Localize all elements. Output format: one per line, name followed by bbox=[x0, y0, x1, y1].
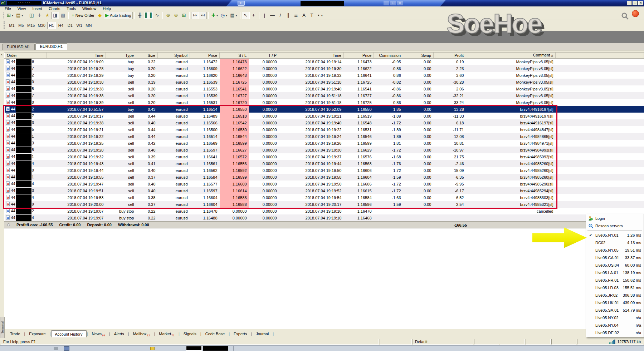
server-item-live05-ny-02[interactable]: Live05.NY.02n/a bbox=[586, 314, 643, 321]
minimize-icon[interactable]: – bbox=[384, 1, 389, 5]
history-row[interactable]: 4442018.07.04 19:19:53sell0.38eurusd1.16… bbox=[5, 194, 644, 201]
history-row[interactable]: 4472018.07.04 19:19:38sell0.20eurusd1.16… bbox=[5, 92, 644, 99]
profiles-button[interactable]: ▤▾ bbox=[15, 12, 24, 19]
history-row[interactable]: 4432018.07.04 19:19:51sell0.40eurusd1.16… bbox=[5, 187, 644, 194]
timeframe-d1[interactable]: D1 bbox=[66, 22, 74, 29]
chart-tab-eurusd-h1[interactable]: EURUSD,H1 bbox=[35, 43, 68, 50]
zoom-out-button[interactable]: ⊖ bbox=[172, 12, 180, 19]
server-item-live05-us-04[interactable]: Live05.US.0460.00 ms bbox=[586, 261, 643, 269]
tab-journal[interactable]: Journal bbox=[252, 330, 272, 337]
auto-scroll-button[interactable]: ↦ bbox=[191, 12, 199, 19]
text-button[interactable]: A bbox=[300, 12, 308, 19]
menu-charts[interactable]: Charts bbox=[45, 6, 63, 11]
terminal-button[interactable]: ◨ bbox=[51, 12, 59, 19]
line-chart-button[interactable]: ∿ bbox=[153, 12, 161, 19]
periods-button[interactable]: ◷▾ bbox=[219, 12, 229, 19]
column-header-price[interactable]: Price bbox=[190, 53, 220, 58]
history-row[interactable]: 4402018.07.04 19:19:38sell0.19eurusd1.16… bbox=[5, 79, 644, 85]
menu-file[interactable]: File bbox=[1, 6, 14, 11]
menu-view[interactable]: View bbox=[14, 6, 29, 11]
tab-mailbox[interactable]: Mailbox12 bbox=[130, 330, 154, 337]
indicators-button[interactable]: ✚▾ bbox=[210, 12, 219, 19]
column-header-time[interactable]: Time bbox=[279, 53, 344, 58]
server-item-live05-ca-01[interactable]: Live05.CA.0133.37 ms bbox=[586, 254, 643, 261]
history-row[interactable]: 4422018.07.04 19:19:29buy0.20eurusd1.166… bbox=[5, 72, 644, 79]
column-header-size[interactable]: Size bbox=[136, 53, 158, 58]
server-item-live05-ld-03[interactable]: Live05.LD.03155.51 ms bbox=[586, 284, 643, 291]
maximize-button[interactable]: □ bbox=[633, 1, 638, 5]
timeframe-w1[interactable]: W1 bbox=[75, 22, 84, 29]
server-item-live05-ny-04[interactable]: Live05.NY.04n/a bbox=[586, 321, 643, 329]
history-row[interactable]: 4492018.07.04 19:20:00sell0.37eurusd1.16… bbox=[5, 201, 644, 208]
zoom-in-button[interactable]: ⊕ bbox=[164, 12, 172, 19]
minimize-button[interactable]: – bbox=[627, 1, 632, 5]
server-item-live05-jp-02[interactable]: Live05.JP.02306.38 ms bbox=[586, 291, 643, 299]
history-row[interactable]: 4442018.07.04 19:19:43sell0.41eurusd1.16… bbox=[5, 160, 644, 167]
tab-exposure[interactable]: Exposure bbox=[25, 330, 49, 337]
tab-trade[interactable]: Trade bbox=[6, 330, 24, 337]
menu-item-rescan-servers[interactable]: Rescan servers bbox=[586, 222, 643, 229]
menu-insert[interactable]: Insert bbox=[29, 6, 45, 11]
history-row[interactable]: 4452018.07.04 19:19:38sell0.20eurusd1.16… bbox=[5, 85, 644, 92]
history-row[interactable]: 4412018.07.04 19:19:55sell0.37eurusd1.16… bbox=[5, 174, 644, 181]
cursor-button[interactable]: ↖ bbox=[242, 12, 250, 19]
timeframe-m15[interactable]: M15 bbox=[26, 22, 36, 29]
arrows-button[interactable]: ⋆▾ bbox=[316, 12, 324, 19]
tile-windows-button[interactable]: ⊞ bbox=[180, 12, 188, 19]
history-row[interactable]: 4442018.07.04 19:19:47sell0.40eurusd1.16… bbox=[5, 181, 644, 187]
history-row[interactable]: 4402018.07.04 19:19:44sell0.40eurusd1.16… bbox=[5, 167, 644, 174]
data-window-button[interactable]: ✛ bbox=[35, 12, 43, 19]
timeframe-h1[interactable]: H1 bbox=[47, 22, 56, 29]
label-button[interactable]: T bbox=[308, 12, 316, 19]
server-item-dc02[interactable]: DC024.13 ms bbox=[586, 239, 643, 246]
bars-chart-button[interactable]: ╫ bbox=[136, 12, 144, 19]
history-row[interactable]: 4432018.07.04 19:19:38sell0.40eurusd1.16… bbox=[5, 119, 644, 126]
tab-news[interactable]: News99 bbox=[88, 330, 108, 337]
templates-button[interactable]: ▦▾ bbox=[229, 12, 238, 19]
history-row[interactable]: 4402018.07.04 19:19:39sell0.20eurusd1.16… bbox=[5, 99, 644, 106]
close-button[interactable]: × bbox=[638, 1, 643, 5]
column-header-t-p[interactable]: T / P bbox=[249, 53, 279, 58]
history-row[interactable]: 4472018.07.04 19:19:17sell0.44eurusd1.16… bbox=[5, 113, 644, 119]
new-chart-button[interactable]: ⊞▾ bbox=[5, 12, 15, 19]
server-item-live05-la-01[interactable]: Live05.LA.01138.19 ms bbox=[586, 269, 643, 276]
server-item-live05-de-02[interactable]: Live05.DE.02n/a bbox=[586, 329, 643, 336]
crosshair-button[interactable]: + bbox=[250, 12, 258, 19]
tab-account-history[interactable]: Account History bbox=[51, 330, 87, 337]
column-header-comment[interactable]: Comment ▵ bbox=[466, 53, 556, 58]
navigator-button[interactable]: ★ bbox=[43, 12, 51, 19]
history-row[interactable]: 4482018.07.04 19:19:28sell0.40eurusd1.16… bbox=[5, 147, 644, 153]
candles-chart-button[interactable]: ▌▐ bbox=[144, 12, 153, 19]
column-header-symbol[interactable]: Symbol bbox=[158, 53, 190, 58]
terminal-vertical-tab[interactable]: Terminal bbox=[0, 317, 5, 338]
close-icon[interactable]: × bbox=[397, 1, 403, 5]
vertical-line-button[interactable]: | bbox=[261, 12, 269, 19]
server-item-live05-ny-05[interactable]: Live05.NY.0519.51 ms bbox=[586, 246, 643, 254]
column-header-price[interactable]: Price bbox=[344, 53, 374, 58]
tab-signals[interactable]: Signals bbox=[180, 330, 200, 337]
server-item-live05-sa-01[interactable]: Live05.SA.01514.79 ms bbox=[586, 306, 643, 314]
menu-help[interactable]: Help bbox=[99, 6, 114, 11]
column-header-time[interactable]: Time bbox=[47, 53, 106, 58]
history-row[interactable]: 4442018.07.04 19:19:07buy stop0.22eurusd… bbox=[5, 214, 644, 221]
tab-code-base[interactable]: Code Base bbox=[202, 330, 228, 337]
column-header-order[interactable]: Order bbox=[5, 53, 47, 58]
history-row[interactable]: 4412018.07.04 19:19:22sell0.44eurusd1.16… bbox=[5, 133, 644, 140]
taskbar-app-icon[interactable]: H bbox=[238, 1, 245, 6]
column-header-profit[interactable]: Profit bbox=[434, 53, 466, 58]
server-item-live05-fr-01[interactable]: Live05.FR.01150.62 ms bbox=[586, 276, 643, 284]
history-row[interactable]: 4472018.07.04 19:19:28buy0.20eurusd1.166… bbox=[5, 65, 644, 72]
column-header-type[interactable]: Type bbox=[106, 53, 136, 58]
history-row[interactable]: 4422018.07.04 19:19:07buy stop0.22eurusd… bbox=[5, 208, 644, 214]
market-watch-button[interactable]: ◫ bbox=[28, 12, 35, 19]
channel-button[interactable]: ∥ bbox=[284, 12, 292, 19]
restore-icon[interactable]: □ bbox=[390, 1, 396, 5]
tab-experts[interactable]: Experts bbox=[230, 330, 250, 337]
history-row[interactable]: 4492018.07.04 19:19:09buy0.22eurusd1.164… bbox=[5, 58, 644, 65]
timeframe-mn[interactable]: MN bbox=[84, 22, 93, 29]
timeframe-m5[interactable]: M5 bbox=[17, 22, 25, 29]
fibonacci-button[interactable]: ≣ bbox=[292, 12, 300, 19]
history-row[interactable]: 4452018.07.04 19:19:21sell0.44eurusd1.16… bbox=[5, 126, 644, 133]
menu-tools[interactable]: Tools bbox=[63, 6, 79, 11]
tab-market[interactable]: Market71 bbox=[155, 330, 178, 337]
